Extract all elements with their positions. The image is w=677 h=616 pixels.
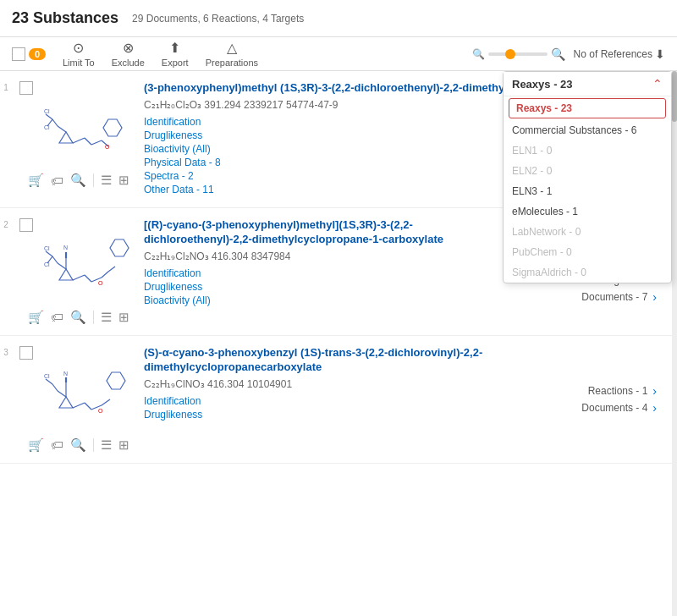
chevron-right-icon: › [652, 290, 657, 304]
left-top: Cl N O [19, 346, 138, 431]
grid-icon[interactable]: ⊞ [118, 173, 129, 188]
select-all-checkbox[interactable] [12, 47, 25, 61]
svg-line-32 [85, 403, 91, 410]
svg-text:O: O [98, 408, 103, 414]
svg-marker-13 [59, 269, 73, 280]
dropdown-item[interactable]: ELN3 - 1 [504, 181, 671, 201]
substance-name[interactable]: [(R)-cyano-(3-phenoxyphenyl)methyl](1S,3… [144, 218, 515, 247]
svg-line-36 [58, 391, 66, 397]
action-icon[interactable]: 🔍 [70, 310, 86, 325]
ref-item[interactable]: Documents - 7› [525, 290, 657, 304]
page-title: 23 Substances [12, 9, 118, 27]
action-icon[interactable]: 🛒 [28, 173, 44, 188]
ref-item[interactable]: Reactions - 1› [525, 384, 657, 398]
svg-line-18 [108, 267, 115, 272]
data-link[interactable]: Bioactivity (All) [144, 294, 515, 306]
row-action-icons: 🛒🏷🔍☰⊞ [28, 173, 129, 188]
ref-item[interactable]: Documents - 4› [525, 401, 657, 415]
select-all-container: 0 [12, 47, 46, 61]
limit-to-label: Limit To [63, 58, 95, 68]
row-number: 2 [0, 220, 12, 229]
row-checkbox-1[interactable] [19, 81, 33, 95]
svg-line-3 [91, 140, 102, 145]
limit-to-button[interactable]: ⊙ Limit To [63, 40, 95, 68]
data-link[interactable]: Identification [144, 395, 515, 407]
data-link[interactable]: Druglikeness [144, 409, 515, 421]
svg-line-37 [52, 384, 58, 391]
export-label: Export [162, 58, 189, 68]
scrollbar[interactable] [672, 71, 677, 616]
action-icon[interactable]: 🔍 [70, 437, 86, 453]
svg-marker-0 [59, 132, 73, 143]
scrollbar-thumb [672, 71, 677, 122]
row-checkbox-3[interactable] [19, 346, 33, 360]
toolbar-right: 🔍 🔍 No of References ⬇ [472, 47, 665, 61]
action-icon[interactable]: 🏷 [51, 437, 63, 452]
row-number: 1 [0, 83, 12, 92]
toolbar: 0 ⊙ Limit To ⊗ Exclude ⬆ Export △ Prepar… [0, 37, 677, 71]
sort-button[interactable]: No of References ⬇ [574, 47, 665, 61]
action-icon[interactable]: 🛒 [28, 437, 44, 453]
substance-name[interactable]: (S)-α-cyano-3-phenoxybenzyl (1S)-trans-3… [144, 346, 515, 375]
svg-line-17 [102, 272, 108, 278]
sort-arrow: ⬇ [655, 47, 665, 61]
svg-line-20 [58, 263, 66, 269]
data-link[interactable]: Druglikeness [144, 281, 515, 293]
right-panel: Reactions - 1›Documents - 4› [525, 346, 660, 453]
dropdown-item[interactable]: Reaxys - 23 [509, 98, 666, 118]
dropdown-item[interactable]: Commercial Substances - 6 [504, 120, 671, 140]
dropdown-header: Reaxys - 23 ⌃ [504, 72, 671, 96]
left-top: Cl Cl N O [19, 218, 138, 303]
action-icon[interactable]: 🔍 [70, 173, 86, 188]
main-content: 1 Cl Cl O 🛒🏷🔍☰⊞(3-phenoxyphenyl)methyl (… [0, 71, 677, 616]
menu-icon[interactable]: ☰ [101, 310, 112, 325]
preparations-button[interactable]: △ Preparations [206, 40, 258, 68]
row-checkbox-2[interactable] [19, 218, 33, 232]
chevron-right-icon: › [652, 384, 657, 398]
svg-line-8 [46, 114, 52, 119]
grid-icon[interactable]: ⊞ [118, 310, 129, 325]
preparations-icon: △ [227, 40, 237, 56]
exclude-label: Exclude [112, 58, 145, 68]
row-action-icons: 🛒🏷🔍☰⊞ [28, 437, 129, 453]
source-dropdown: Reaxys - 23 ⌃ Reaxys - 23Commercial Subs… [503, 71, 672, 283]
export-button[interactable]: ⬆ Export [162, 40, 189, 68]
svg-line-1 [73, 138, 85, 143]
dropdown-title: Reaxys - 23 [512, 78, 573, 91]
svg-line-15 [85, 275, 91, 282]
exclude-button[interactable]: ⊗ Exclude [112, 40, 145, 68]
grid-icon[interactable]: ⊞ [118, 437, 129, 453]
menu-icon[interactable]: ☰ [101, 437, 112, 453]
dropdown-item: SigmaAldrich - 0 [504, 262, 671, 283]
action-icon[interactable]: 🏷 [51, 173, 63, 188]
svg-text:Cl: Cl [44, 245, 50, 251]
separator [93, 311, 94, 324]
slider-track[interactable] [488, 52, 548, 56]
left-column: Cl Cl N O 🛒🏷🔍☰⊞ [24, 218, 134, 325]
svg-marker-5 [103, 119, 122, 136]
molecule-image: Cl Cl O [36, 81, 138, 166]
data-link[interactable]: Identification [144, 267, 515, 279]
action-icon[interactable]: 🛒 [28, 310, 44, 325]
exclude-icon: ⊗ [123, 40, 134, 56]
svg-line-38 [46, 379, 52, 384]
limit-to-icon: ⊙ [73, 40, 84, 56]
dropdown-close-icon[interactable]: ⌃ [652, 77, 663, 91]
svg-line-2 [85, 138, 91, 145]
substance-formula: C₂₂H₁₉ClNO₃ 416.304 10104901 [144, 378, 515, 390]
svg-line-7 [52, 119, 58, 126]
molecule-image: Cl Cl N O [36, 218, 138, 303]
svg-text:Cl: Cl [44, 108, 50, 114]
menu-icon[interactable]: ☰ [101, 173, 112, 188]
dropdown-item[interactable]: eMolecules - 1 [504, 201, 671, 222]
svg-marker-35 [107, 372, 125, 389]
substance-info: [(R)-cyano-(3-phenoxyphenyl)methyl](1S,3… [144, 218, 515, 325]
dropdown-item: ELN1 - 0 [504, 140, 671, 161]
search-slider[interactable]: 🔍 🔍 [472, 47, 565, 61]
row-action-icons: 🛒🏷🔍☰⊞ [28, 310, 129, 325]
action-icon[interactable]: 🏷 [51, 310, 63, 324]
left-column: Cl N O 🛒🏷🔍☰⊞ [24, 346, 134, 453]
svg-line-6 [58, 126, 66, 132]
svg-line-34 [102, 399, 110, 405]
separator [93, 438, 94, 452]
